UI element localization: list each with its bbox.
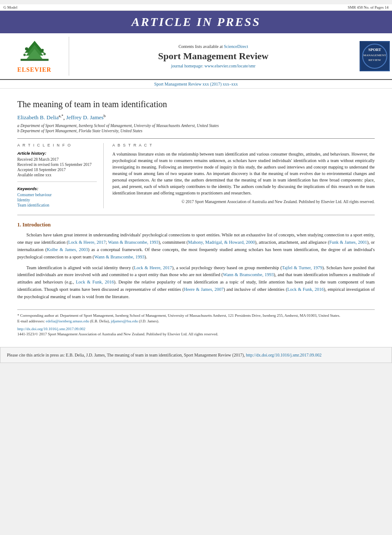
intro-label: Introduction [22, 222, 51, 228]
svg-point-8 [43, 53, 46, 55]
affil-a: a Department of Sport Management, Isenbe… [17, 124, 375, 128]
journal-title: Sport Management Review [158, 51, 268, 62]
article-dates: Received 28 March 2017 Received in revis… [17, 157, 97, 182]
citation-box: Please cite this article in press as: E.… [0, 347, 392, 363]
ref-wann-1993a[interactable]: Wann & Branscombe, 1993 [108, 240, 159, 245]
bottom-doi-link[interactable]: http://dx.doi.org/10.1016/j.smr.2017.09.… [17, 327, 86, 331]
footnote-corresponding: * Corresponding author at: Department of… [17, 313, 375, 318]
date-online: Available online xxx [17, 173, 97, 177]
date-accepted: Accepted 18 September 2017 [17, 168, 97, 172]
main-content: The meaning of team in team identificati… [0, 89, 392, 343]
ref-tajfel-turner-1979[interactable]: Tajfel & Turner, 1979 [282, 265, 322, 270]
intro-para1: Scholars have taken great interest in un… [17, 232, 375, 261]
date-received: Received 28 March 2017 [17, 157, 97, 162]
email2-name: (J.D. James). [139, 319, 159, 323]
copyright-line: © 2017 Sport Management Association of A… [112, 199, 375, 205]
journal-header: ELSEVIER Contents lists available at Sci… [0, 33, 392, 80]
elsevier-tree-icon [17, 39, 52, 65]
author-b-sup: b [104, 114, 106, 118]
page: G Model SMR 458 No. of Pages 14 ARTICLE … [0, 4, 392, 363]
two-col-section: A R T I C L E I N F O Article history: R… [17, 138, 375, 208]
affiliations: a Department of Sport Management, Isenbe… [17, 124, 375, 133]
ref-funk-james-2001[interactable]: Funk & James, 2001 [329, 240, 367, 245]
author-a-name: Elizabeth B. Delia [17, 114, 59, 121]
contents-line: Contents lists available at ScienceDirec… [178, 44, 248, 49]
keyword-3[interactable]: Team identification [17, 203, 97, 207]
svg-text:SPORT: SPORT [368, 48, 381, 52]
aip-text: ARTICLE IN PRESS [131, 15, 261, 29]
g-model-line: G Model SMR 458 No. of Pages 14 [0, 4, 392, 11]
ref-wann-1993c[interactable]: Wann & Branscombe, 1993 [223, 272, 274, 277]
elsevier-brand-text: ELSEVIER [17, 67, 51, 73]
article-info-header: A R T I C L E I N F O [17, 143, 97, 147]
svg-text:MANAGEMENT: MANAGEMENT [363, 54, 386, 57]
ref-heere-james-2007[interactable]: Heere & James, 2007 [184, 287, 223, 292]
sciencedirect-link[interactable]: ScienceDirect [224, 44, 248, 49]
email1-name: (E.B. Delia), [90, 319, 110, 323]
email1-link[interactable]: edelia@isenberg.umass.edu [46, 319, 89, 323]
svg-point-7 [23, 54, 26, 56]
bottom-rights: 1441-3523/© 2017 Sport Management Associ… [17, 332, 375, 336]
keyword-2[interactable]: Identity [17, 198, 97, 202]
footnote-area: * Corresponding author at: Department of… [17, 309, 375, 323]
citation-link[interactable]: http://dx.doi.org/10.1016/j.smr.2017.09.… [246, 353, 322, 357]
sport-logo-box: SPORT MANAGEMENT REVIEW [360, 41, 390, 71]
ref-wann-1993b[interactable]: Wann & Branscombe, 1993 [94, 255, 144, 259]
affil-b: b Department of Sport Management, Florid… [17, 129, 375, 133]
email2-link[interactable]: jdjames@fsu.edu [111, 319, 138, 323]
abstract-text: A voluminous literature exists on the re… [112, 151, 375, 205]
elsevier-logo: ELSEVIER [0, 37, 69, 76]
intro-para2: Team identification is aligned with soci… [17, 264, 375, 301]
bottom-doi[interactable]: http://dx.doi.org/10.1016/j.smr.2017.09.… [17, 327, 375, 331]
doi-header-text: Sport Management Review xxx (2017) xxx–x… [154, 82, 238, 86]
ref-lock-heere-2017a[interactable]: Lock & Heere, 2017 [68, 240, 106, 245]
ref-lock-funk-2016a[interactable]: Lock & Funk, 2016 [76, 280, 114, 284]
intro-number: 1. [17, 222, 21, 228]
history-label: Article history: [17, 151, 97, 156]
intro-para2-text: Team identification is aligned with soci… [17, 264, 375, 301]
ref-lock-heere-2017b[interactable]: Lock & Heere, 2017 [134, 265, 172, 270]
abstract-header: A B S T R A C T [112, 143, 375, 147]
citation-text: Please cite this article in press as: E.… [7, 353, 245, 357]
keyword-1[interactable]: Consumer behaviour [17, 193, 97, 197]
journal-homepage: journal homepage: www.elsevier.com/locat… [171, 64, 255, 68]
journal-center: Contents lists available at ScienceDirec… [69, 37, 357, 76]
svg-point-6 [41, 49, 44, 51]
section-divider [17, 215, 375, 215]
sport-logo-icon: SPORT MANAGEMENT REVIEW [361, 42, 389, 70]
smr-no-label: SMR 458 No. of Pages 14 [347, 5, 389, 10]
svg-rect-0 [20, 59, 48, 61]
aip-banner: ARTICLE IN PRESS [0, 11, 392, 33]
homepage-url[interactable]: www.elsevier.com/locate/smr [204, 64, 255, 68]
sport-logo-area: SPORT MANAGEMENT REVIEW [357, 37, 392, 76]
contents-text: Contents lists available at [178, 44, 223, 49]
g-model-label: G Model [3, 5, 17, 10]
doi-line: Sport Management Review xxx (2017) xxx–x… [0, 80, 392, 89]
abstract-col: A B S T R A C T A voluminous literature … [112, 143, 375, 208]
homepage-prefix: journal homepage: [171, 64, 204, 68]
abstract-body: A voluminous literature exists on the re… [112, 152, 375, 195]
intro-section-title: 1. Introduction [17, 222, 375, 228]
svg-text:REVIEW: REVIEW [368, 58, 381, 62]
author-a-sup: a,* [59, 114, 64, 118]
article-title: The meaning of team in team identificati… [17, 99, 375, 109]
author-b-name: Jeffrey D. James [66, 114, 104, 121]
authors-line: Elizabeth B. Deliaa,*, Jeffrey D. Jamesb [17, 114, 375, 121]
ref-lock-funk-2016b[interactable]: Lock & Funk, 2016 [287, 287, 324, 292]
article-info-col: A R T I C L E I N F O Article history: R… [17, 143, 104, 208]
intro-para1-text: Scholars have taken great interest in un… [17, 232, 375, 261]
svg-point-5 [25, 47, 28, 50]
email-label: E-mail addresses: [17, 319, 45, 323]
footnote-email-line: E-mail addresses: edelia@isenberg.umass.… [17, 319, 375, 323]
ref-kolbe-james-2003[interactable]: Kolbe & James, 2003 [47, 247, 88, 252]
date-revised: Received in revised form 15 September 20… [17, 162, 97, 167]
ref-mahony-2000[interactable]: Mahony, Madrigal, & Howard, 2000 [188, 240, 255, 245]
keywords-label: Keywords: [17, 186, 97, 191]
